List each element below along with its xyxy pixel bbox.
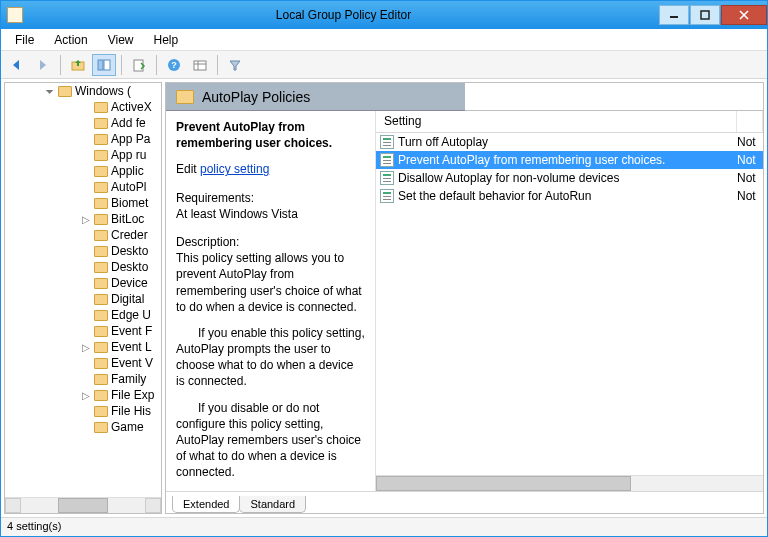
expand-icon[interactable]: ▷	[81, 342, 91, 353]
folder-icon	[94, 134, 108, 145]
folder-icon	[94, 198, 108, 209]
description-p3: If you disable or do not configure this …	[176, 400, 365, 481]
tree-node[interactable]: Edge U	[81, 307, 161, 323]
tree-label: Digital	[111, 292, 144, 306]
scroll-thumb[interactable]	[376, 476, 631, 491]
tree-label: Game	[111, 420, 144, 434]
tree-label: ActiveX	[111, 100, 152, 114]
tree-label: Event L	[111, 340, 152, 354]
tree-node[interactable]: Event F	[81, 323, 161, 339]
svg-rect-1	[701, 11, 709, 19]
tree-node[interactable]: Applic	[81, 163, 161, 179]
tree-node[interactable]: AutoPl	[81, 179, 161, 195]
tree-node-root[interactable]: ⏷ Windows (	[45, 83, 161, 99]
menu-action[interactable]: Action	[44, 31, 97, 49]
scroll-left-icon[interactable]	[5, 498, 21, 513]
folder-icon	[94, 310, 108, 321]
tree-node[interactable]: Family	[81, 371, 161, 387]
svg-rect-5	[98, 60, 103, 70]
setting-state: Not	[737, 189, 763, 203]
tree-node[interactable]: ▷File Exp	[81, 387, 161, 403]
help-button[interactable]: ?	[162, 54, 186, 76]
show-tree-button[interactable]	[92, 54, 116, 76]
collapse-icon[interactable]: ⏷	[45, 86, 55, 97]
tree-node[interactable]: App ru	[81, 147, 161, 163]
tree-label: AutoPl	[111, 180, 146, 194]
folder-icon	[94, 278, 108, 289]
folder-icon	[58, 86, 72, 97]
back-button[interactable]	[5, 54, 29, 76]
scroll-thumb[interactable]	[58, 498, 108, 513]
forward-button[interactable]	[31, 54, 55, 76]
tabstrip: Extended Standard	[166, 491, 763, 513]
setting-state: Not	[737, 135, 763, 149]
folder-icon	[94, 326, 108, 337]
up-button[interactable]	[66, 54, 90, 76]
folder-icon	[94, 342, 108, 353]
tree-node[interactable]: App Pa	[81, 131, 161, 147]
tree-node[interactable]: Biomet	[81, 195, 161, 211]
folder-icon	[94, 422, 108, 433]
tree-h-scrollbar[interactable]	[5, 497, 161, 513]
tree-node[interactable]: Deskto	[81, 243, 161, 259]
edit-policy-link[interactable]: policy setting	[200, 162, 269, 176]
tree-label: Event V	[111, 356, 153, 370]
app-icon	[7, 7, 23, 23]
folder-icon	[94, 390, 108, 401]
description-p2: If you enable this policy setting, AutoP…	[176, 325, 365, 390]
menu-file[interactable]: File	[5, 31, 44, 49]
expand-icon[interactable]: ▷	[81, 390, 91, 401]
tree-node[interactable]: Game	[81, 419, 161, 435]
edit-label: Edit	[176, 162, 200, 176]
list-h-scrollbar[interactable]	[376, 475, 763, 491]
tree-node[interactable]: Device	[81, 275, 161, 291]
scroll-right-icon[interactable]	[145, 498, 161, 513]
setting-label: Set the default behavior for AutoRun	[398, 189, 733, 203]
tree-label: Add fe	[111, 116, 146, 130]
setting-row[interactable]: Disallow Autoplay for non-volume devices…	[376, 169, 763, 187]
statusbar: 4 setting(s)	[1, 517, 767, 536]
tab-extended[interactable]: Extended	[172, 496, 240, 513]
toolbar: ?	[1, 51, 767, 79]
toolbar-separator	[121, 55, 122, 75]
tree-node[interactable]: Add fe	[81, 115, 161, 131]
properties-button[interactable]	[188, 54, 212, 76]
tab-standard[interactable]: Standard	[239, 496, 306, 513]
export-button[interactable]	[127, 54, 151, 76]
folder-icon	[94, 150, 108, 161]
svg-text:?: ?	[171, 60, 177, 70]
col-setting[interactable]: Setting	[376, 111, 737, 132]
setting-label: Turn off Autoplay	[398, 135, 733, 149]
window-title: Local Group Policy Editor	[29, 8, 658, 22]
minimize-button[interactable]	[659, 5, 689, 25]
tree-label: Deskto	[111, 260, 148, 274]
folder-icon	[94, 374, 108, 385]
setting-row[interactable]: Turn off AutoplayNot	[376, 133, 763, 151]
tree-node[interactable]: ▷Event L	[81, 339, 161, 355]
status-text: 4 setting(s)	[7, 520, 61, 532]
setting-row[interactable]: Set the default behavior for AutoRunNot	[376, 187, 763, 205]
tree-node[interactable]: Event V	[81, 355, 161, 371]
tree-label: File His	[111, 404, 151, 418]
expand-icon[interactable]: ▷	[81, 214, 91, 225]
menu-help[interactable]: Help	[144, 31, 189, 49]
filter-button[interactable]	[223, 54, 247, 76]
tree-node[interactable]: ▷BitLoc	[81, 211, 161, 227]
col-state[interactable]	[737, 111, 763, 132]
maximize-button[interactable]	[690, 5, 720, 25]
tree-node[interactable]: ActiveX	[81, 99, 161, 115]
tree-node[interactable]: Digital	[81, 291, 161, 307]
tree-label: Family	[111, 372, 146, 386]
requirements-label: Requirements:	[176, 190, 365, 206]
tree-label: Windows (	[75, 84, 131, 98]
tree-node[interactable]: Deskto	[81, 259, 161, 275]
folder-icon	[94, 214, 108, 225]
tree-node[interactable]: Creder	[81, 227, 161, 243]
setting-row[interactable]: Prevent AutoPlay from remembering user c…	[376, 151, 763, 169]
tree-label: BitLoc	[111, 212, 144, 226]
folder-icon	[94, 230, 108, 241]
tree-label: Biomet	[111, 196, 148, 210]
close-button[interactable]	[721, 5, 767, 25]
tree-node[interactable]: File His	[81, 403, 161, 419]
menu-view[interactable]: View	[98, 31, 144, 49]
